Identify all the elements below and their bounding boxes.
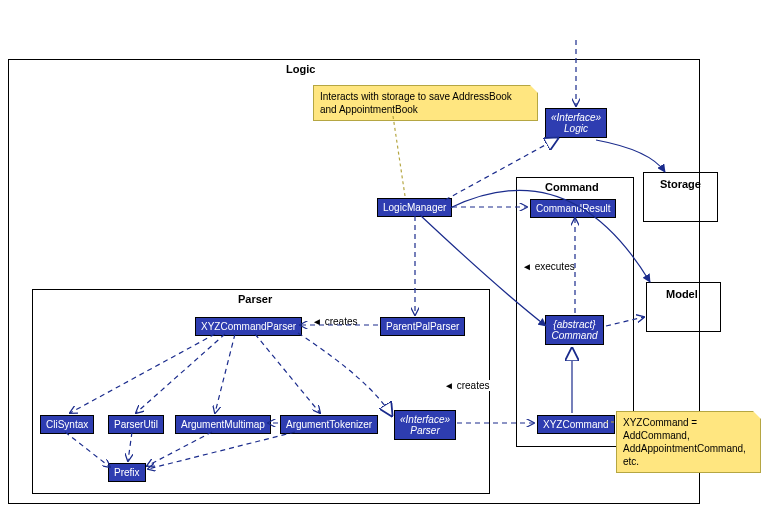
class-name: Command [551, 330, 598, 341]
label-creates-1: ◄ creates [310, 316, 359, 327]
note-xyz: XYZCommand = AddCommand, AddAppointmentC… [616, 411, 761, 473]
stereotype: {abstract} [551, 319, 598, 330]
note-storage: Interacts with storage to save AddressBo… [313, 85, 538, 121]
package-command-label: Command [545, 181, 599, 193]
class-parent-pal-parser: ParentPalParser [380, 317, 465, 336]
label-executes: ◄ executes [520, 261, 577, 272]
stereotype: «Interface» [400, 414, 450, 425]
class-xyz-command: XYZCommand [537, 415, 615, 434]
label-creates-2: ◄ creates [442, 380, 491, 391]
class-argument-tokenizer: ArgumentTokenizer [280, 415, 378, 434]
stereotype: «Interface» [551, 112, 601, 123]
class-prefix: Prefix [108, 463, 146, 482]
class-cli-syntax: CliSyntax [40, 415, 94, 434]
class-name: Logic [551, 123, 601, 134]
class-argument-multimap: ArgumentMultimap [175, 415, 271, 434]
class-command-abstract: {abstract} Command [545, 315, 604, 345]
class-logic-interface: «Interface» Logic [545, 108, 607, 138]
class-name: Parser [400, 425, 450, 436]
class-xyz-command-parser: XYZCommandParser [195, 317, 302, 336]
class-parser-util: ParserUtil [108, 415, 164, 434]
external-model-label: Model [666, 288, 698, 300]
package-logic-label: Logic [286, 63, 315, 75]
class-command-result: CommandResult [530, 199, 616, 218]
class-logic-manager: LogicManager [377, 198, 452, 217]
external-storage-label: Storage [660, 178, 701, 190]
package-parser-label: Parser [238, 293, 272, 305]
class-parser-interface: «Interface» Parser [394, 410, 456, 440]
